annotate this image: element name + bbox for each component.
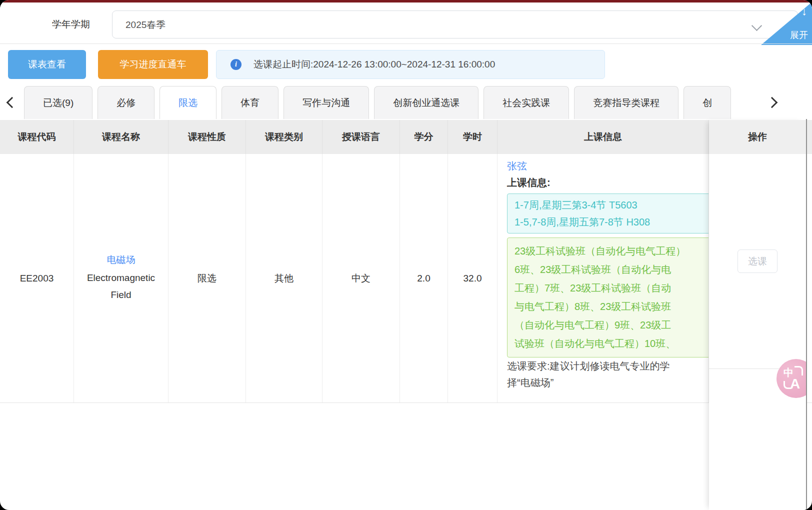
tabs-strip: 已选(9) 必修 限选 体育 写作与沟通 创新创业通选课 社会实践课 竞赛指导类…	[24, 86, 762, 119]
selection-time-text: 选课起止时间:2024-12-26 13:00:00~2024-12-31 16…	[254, 58, 495, 71]
expand-label: 展开	[790, 29, 808, 41]
semester-select-value: 2025春季	[126, 18, 166, 32]
selection-time-notice: i 选课起止时间:2024-12-26 13:00:00~2024-12-31 …	[216, 50, 605, 79]
course-table: 课程代码 课程名称 课程性质 课程类别 授课语言 学分 学时 上课信息 EE20…	[0, 120, 812, 403]
translate-icon-bracket	[794, 366, 803, 376]
class-line: 与电气工程）8班、23级工科试验班	[514, 298, 709, 316]
header-language: 授课语言	[322, 120, 400, 154]
header-course-name: 课程名称	[74, 120, 168, 154]
table-header-row: 课程代码 课程名称 课程性质 课程类别 授课语言 学分 学时 上课信息	[0, 120, 812, 154]
tab-writing-communication[interactable]: 写作与沟通	[284, 86, 369, 119]
cell-credits: 2.0	[400, 154, 448, 402]
target-classes-box: 23级工科试验班（自动化与电气工程） 6班、23级工科试验班（自动化与电 工程）…	[507, 238, 709, 358]
select-course-button[interactable]: 选课	[738, 250, 778, 273]
course-selection-window: 学年学期 2025春季 ↓ 展开 课表查看 学习进度直通车 i 选课起止时间:2…	[0, 0, 812, 510]
header-course-nature: 课程性质	[168, 120, 246, 154]
chevron-down-icon	[752, 20, 762, 31]
translate-icon-letter: A	[790, 376, 800, 392]
class-line: 6班、23级工科试验班（自动化与电	[514, 260, 709, 279]
cell-class-info: 张弦 上课信息: 1-7周,星期三第3-4节 T5603 1-5,7-8周,星期…	[498, 154, 709, 402]
translate-button[interactable]: 中 A	[776, 359, 806, 398]
header-course-category: 课程类别	[246, 120, 322, 154]
cell-course-category: 其他	[246, 154, 322, 402]
cell-operation: 选课	[709, 154, 806, 369]
translate-button-wrap: 中 A	[750, 350, 806, 410]
tab-pe[interactable]: 体育	[222, 86, 278, 119]
cell-course-nature: 限选	[168, 154, 246, 402]
class-line: 23级工科试验班（自动化与电气工程）	[514, 242, 709, 260]
requirement-line: 择“电磁场”	[507, 375, 554, 390]
cell-language: 中文	[322, 154, 400, 402]
view-timetable-button[interactable]: 课表查看	[8, 50, 86, 79]
semester-label: 学年学期	[52, 18, 90, 31]
tab-innovation-electives[interactable]: 创新创业通选课	[374, 86, 478, 119]
class-info-label: 上课信息:	[507, 174, 550, 191]
header-class-info: 上课信息	[498, 120, 709, 154]
course-name-english: Electromagnetic Field	[84, 270, 158, 304]
header-hours: 学时	[448, 120, 498, 154]
course-name-link[interactable]: 电磁场	[107, 254, 136, 266]
tab-required[interactable]: 必修	[98, 86, 154, 119]
cell-course-name: 电磁场 Electromagnetic Field	[74, 154, 168, 402]
cell-hours: 32.0	[448, 154, 498, 402]
scrollbar-track[interactable]	[806, 119, 807, 510]
class-line: （自动化与电气工程）9班、23级工	[514, 316, 709, 334]
header-operation: 操作	[709, 120, 806, 154]
tab-overflow-clipped[interactable]: 创	[684, 86, 731, 119]
tab-selected-courses[interactable]: 已选(9)	[24, 86, 92, 119]
class-line: 试验班（自动化与电气工程）10班、	[514, 334, 709, 353]
chevron-right-icon	[766, 97, 778, 108]
tabs-scroll-right-button[interactable]	[762, 86, 812, 119]
tab-restricted[interactable]: 限选	[160, 86, 216, 119]
schedule-line: 1-5,7-8周,星期五第7-8节 H308	[514, 214, 709, 230]
tab-social-practice[interactable]: 社会实践课	[484, 86, 569, 119]
operation-fixed-column: 操作 选课	[709, 120, 806, 510]
table-row: EE2003 电磁场 Electromagnetic Field 限选 其他 中…	[0, 154, 812, 403]
schedule-box: 1-7周,星期三第3-4节 T5603 1-5,7-8周,星期五第7-8节 H3…	[507, 194, 709, 234]
requirement-line: 选课要求:建议计划修读电气专业的学	[507, 358, 670, 374]
schedule-line: 1-7周,星期三第3-4节 T5603	[514, 196, 709, 214]
tabs-scroll-left-button[interactable]	[0, 86, 24, 119]
chevron-left-icon	[6, 97, 18, 108]
header-course-code: 课程代码	[0, 120, 74, 154]
header-divider	[0, 44, 812, 44]
header-credits: 学分	[400, 120, 448, 154]
category-tabs: 已选(9) 必修 限选 体育 写作与沟通 创新创业通选课 社会实践课 竞赛指导类…	[0, 86, 812, 119]
info-icon: i	[230, 59, 242, 70]
class-line: 工程）7班、23级工科试验班（自动	[514, 279, 709, 298]
cell-course-code: EE2003	[0, 154, 74, 402]
progress-shortcut-button[interactable]: 学习进度直通车	[98, 50, 208, 79]
teacher-link[interactable]: 张弦	[507, 158, 527, 174]
semester-select[interactable]: 2025春季	[112, 10, 798, 38]
translate-icon-arc	[784, 381, 792, 389]
semester-bar: 学年学期 2025春季	[0, 2, 812, 44]
tab-competition-guidance[interactable]: 竞赛指导类课程	[574, 86, 678, 119]
